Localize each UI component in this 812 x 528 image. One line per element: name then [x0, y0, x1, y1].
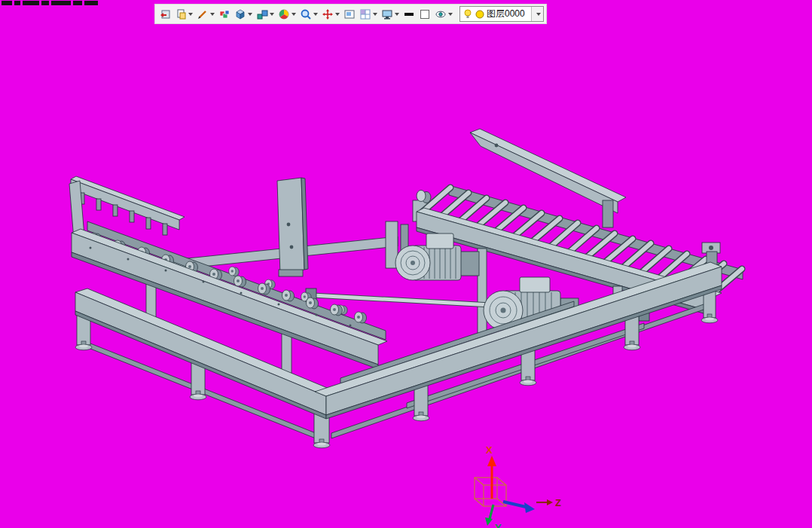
- y-axis-label: Y: [495, 522, 502, 528]
- origin-box: [475, 478, 506, 506]
- viewport-3d-model[interactable]: X Z Y: [0, 0, 812, 528]
- left-roller-rail[interactable]: [69, 176, 387, 369]
- cad-application-window: 图层0000: [0, 0, 812, 528]
- x-axis-label: X: [486, 444, 493, 456]
- axis-triad: X Z Y: [475, 444, 561, 528]
- z-axis-label: Z: [555, 497, 561, 508]
- vertical-mount-plate[interactable]: [277, 178, 308, 276]
